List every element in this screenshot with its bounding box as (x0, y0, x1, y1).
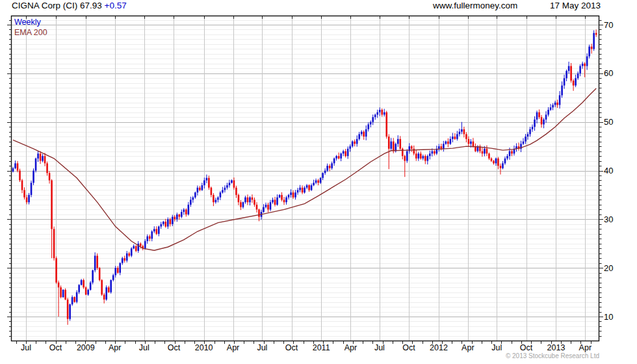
legend-ema-label: EMA 200 (14, 28, 47, 37)
x-axis-tick-label: Apr (227, 343, 239, 352)
x-axis-tick-label: Oct (285, 343, 298, 352)
candle (101, 279, 103, 296)
candle (55, 257, 57, 284)
x-axis-tick-label: 2013 (547, 343, 566, 352)
y-axis-tick-label: 30 (604, 214, 613, 224)
plot-background (12, 16, 599, 341)
x-axis-tick-label: Jul (21, 343, 31, 352)
candle (110, 280, 112, 294)
x-axis-tick-label: 2011 (313, 343, 330, 352)
candle (60, 285, 62, 298)
x-axis-tick-label: 2010 (195, 343, 213, 352)
candle (31, 181, 32, 197)
candle (35, 157, 37, 172)
x-axis-tick-label: Apr (109, 343, 121, 352)
candle (19, 169, 21, 182)
y-axis-labels: 10203040506070 (604, 20, 613, 322)
x-axis-tick-label: Oct (520, 343, 533, 352)
x-axis-tick-label: Jul (491, 343, 502, 352)
x-axis-tick-label: Oct (168, 343, 181, 352)
candle (62, 289, 64, 298)
candle (92, 270, 94, 285)
x-axis-tick-label: Jul (139, 343, 150, 352)
x-axis-tick-label: Apr (344, 343, 357, 352)
candle (406, 149, 408, 162)
candle (131, 247, 133, 257)
chart-window: CIGNA Corp (CI) 67.93 +0.57 www.fullermo… (0, 0, 637, 364)
legend-weekly-label: Weekly (14, 18, 41, 27)
candle (64, 289, 66, 300)
y-axis-tick-label: 40 (604, 166, 613, 176)
candle (385, 110, 387, 138)
x-axis-tick-label: Jul (374, 343, 385, 352)
y-axis-tick-label: 20 (604, 263, 613, 273)
y-axis-tick-label: 70 (604, 20, 613, 30)
candle (73, 296, 75, 303)
y-axis-tick-label: 50 (604, 117, 613, 127)
candle (69, 304, 71, 320)
candle (395, 142, 396, 152)
x-axis-labels: JulOct2009AprJulOct2010AprJulOct2011AprJ… (21, 343, 592, 352)
candle (85, 286, 87, 295)
x-axis-tick-label: 2009 (77, 343, 95, 352)
price-chart: 10203040506070JulOct2009AprJulOct2010Apr… (0, 0, 637, 364)
candle (593, 31, 595, 51)
x-axis-tick-label: Apr (462, 343, 474, 352)
candle (105, 285, 107, 301)
x-axis-tick-label: Jul (257, 343, 267, 352)
candle (32, 168, 34, 185)
y-axis-tick-label: 60 (604, 68, 613, 78)
x-axis-tick-label: 2012 (430, 343, 448, 352)
candle (96, 254, 98, 270)
copyright-label: © 2013 Stockcube Research Ltd (506, 352, 599, 359)
x-axis-tick-label: Apr (579, 343, 592, 352)
y-axis-tick-label: 10 (604, 312, 613, 322)
x-axis-tick-label: Oct (49, 343, 62, 352)
candle (99, 267, 101, 281)
candle (53, 226, 55, 260)
x-axis-tick-label: Oct (402, 343, 415, 352)
